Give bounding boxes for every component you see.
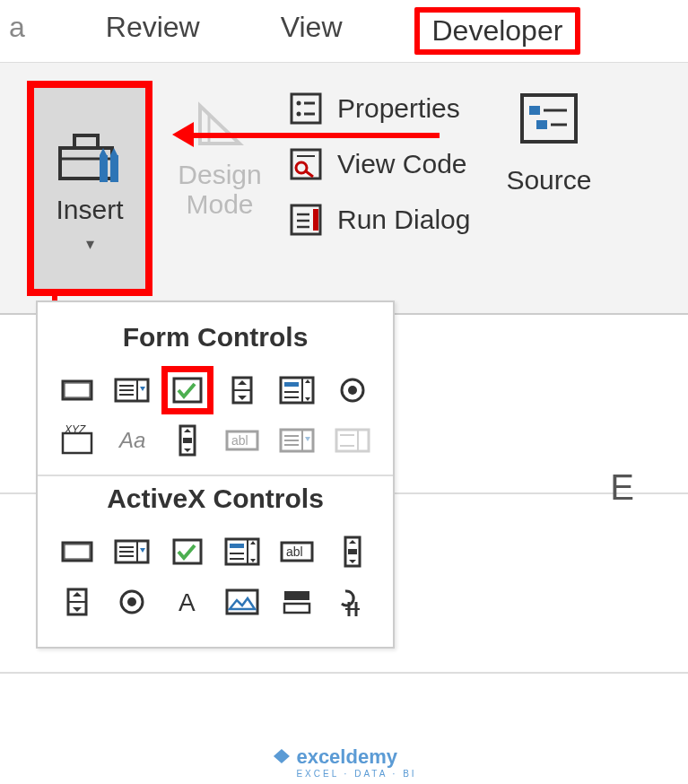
tab-developer[interactable]: Developer — [414, 7, 581, 55]
svg-text:abl: abl — [231, 433, 248, 448]
activex-controls-grid: ablA — [54, 530, 377, 623]
ax-label[interactable]: A — [164, 580, 211, 623]
watermark-text: exceldemy — [296, 745, 397, 769]
svg-rect-1 — [74, 135, 98, 148]
insert-dropdown: Form Controls XYZAaabl ActiveX Controls … — [36, 301, 395, 649]
properties-label: Properties — [337, 93, 460, 124]
option-ctrl[interactable] — [329, 369, 376, 412]
ax-text[interactable]: abl — [274, 530, 320, 573]
button-disabled — [329, 419, 376, 462]
svg-rect-6 — [292, 94, 320, 123]
form-controls-grid: XYZAaabl — [54, 369, 377, 462]
watermark-icon — [271, 747, 291, 767]
run-dialog-label: Run Dialog — [337, 205, 470, 235]
ax-image[interactable] — [219, 580, 266, 623]
textfield-disabled: abl — [219, 419, 266, 462]
ax-listbox[interactable] — [219, 530, 266, 573]
tab-review[interactable]: Review — [97, 7, 209, 55]
column-label-e: E — [610, 467, 634, 508]
svg-rect-42 — [63, 433, 91, 453]
source-button[interactable]: Source — [506, 81, 591, 196]
source-label: Source — [506, 165, 591, 196]
ax-more[interactable] — [329, 580, 376, 623]
label-ctrl[interactable]: Aa — [109, 419, 155, 462]
run-dialog-icon — [287, 201, 325, 239]
form-controls-title: Form Controls — [54, 322, 377, 353]
design-mode-icon — [193, 97, 247, 151]
svg-rect-46 — [183, 438, 192, 443]
commands-group: Properties View Code Run Dialog — [287, 81, 470, 239]
ax-scroll[interactable] — [329, 530, 376, 573]
chevron-down-icon: ▾ — [86, 234, 94, 254]
svg-text:XYZ: XYZ — [64, 423, 86, 436]
svg-point-12 — [296, 162, 307, 173]
svg-rect-16 — [313, 209, 318, 231]
combo-ctrl[interactable] — [109, 369, 155, 412]
toolbox-icon — [55, 123, 125, 186]
svg-text:A: A — [179, 588, 196, 616]
properties-button[interactable]: Properties — [287, 90, 470, 127]
scrollbar-ctrl[interactable] — [164, 419, 211, 462]
svg-rect-81 — [284, 591, 309, 600]
source-icon — [517, 90, 581, 147]
svg-point-78 — [127, 597, 136, 606]
svg-rect-54 — [336, 430, 369, 451]
svg-line-13 — [306, 171, 313, 177]
svg-point-41 — [348, 386, 357, 395]
separator — [38, 475, 393, 476]
ax-option[interactable] — [109, 580, 155, 623]
tab-data[interactable]: a — [0, 7, 34, 55]
ribbon-developer: Insert ▾ Design Mode Properties View Cod… — [0, 63, 688, 314]
insert-label: Insert — [56, 195, 123, 225]
properties-icon — [287, 90, 325, 127]
button-ctrl[interactable] — [54, 369, 100, 412]
tab-view[interactable]: View — [272, 7, 352, 55]
run-dialog-button[interactable]: Run Dialog — [287, 201, 470, 239]
svg-rect-59 — [65, 544, 90, 559]
watermark: exceldemy EXCEL · DATA · BI — [271, 745, 416, 779]
view-code-label: View Code — [337, 149, 467, 179]
ax-checkbox[interactable] — [164, 530, 211, 573]
svg-rect-74 — [348, 549, 357, 554]
svg-text:abl: abl — [286, 544, 303, 559]
groupbox-ctrl[interactable]: XYZ — [54, 419, 100, 462]
combo-disabled — [274, 419, 320, 462]
svg-rect-26 — [65, 383, 90, 397]
svg-point-7 — [297, 101, 301, 106]
spin-ctrl[interactable] — [219, 369, 266, 412]
svg-rect-3 — [100, 155, 108, 182]
annotation-arrow-head — [172, 122, 194, 147]
svg-point-8 — [297, 112, 301, 117]
view-code-button[interactable]: View Code — [287, 145, 470, 183]
svg-rect-82 — [284, 604, 309, 613]
svg-rect-68 — [230, 544, 244, 548]
design-mode-button: Design Mode — [161, 81, 278, 219]
ax-combo[interactable] — [109, 530, 155, 573]
listbox-ctrl[interactable] — [274, 369, 320, 412]
annotation-arrow-line — [188, 133, 440, 138]
svg-rect-20 — [522, 95, 576, 142]
svg-rect-21 — [529, 106, 540, 115]
design-mode-label: Design Mode — [178, 160, 261, 219]
watermark-sub: EXCEL · DATA · BI — [296, 769, 416, 779]
svg-rect-4 — [110, 155, 118, 182]
ax-button[interactable] — [54, 530, 100, 573]
activex-controls-title: ActiveX Controls — [54, 483, 377, 514]
ribbon-tabs: a Review View Developer — [0, 0, 688, 63]
view-code-icon — [287, 145, 325, 183]
ax-toggle[interactable] — [274, 580, 320, 623]
ax-spin[interactable] — [54, 580, 100, 623]
insert-button[interactable]: Insert ▾ — [27, 81, 152, 296]
checkbox-ctrl[interactable] — [164, 369, 211, 412]
svg-rect-22 — [536, 120, 547, 129]
svg-rect-37 — [284, 382, 299, 387]
svg-text:Aa: Aa — [118, 428, 145, 452]
